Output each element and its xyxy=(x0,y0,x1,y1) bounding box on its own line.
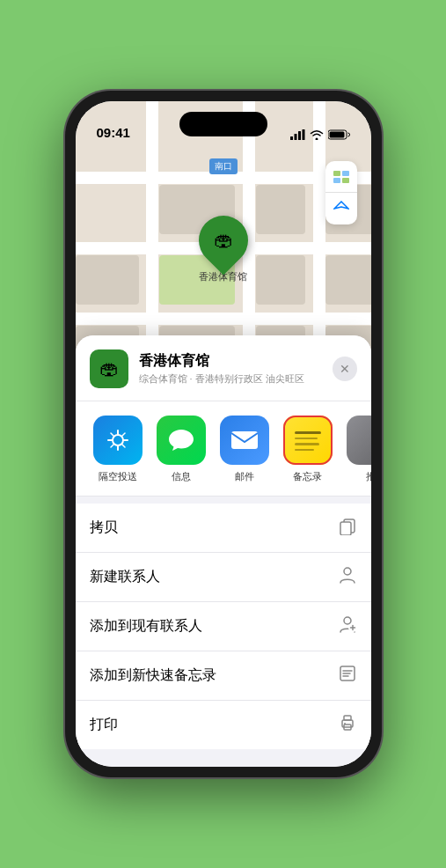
location-desc: 综合体育馆 · 香港特别行政区 油尖旺区 xyxy=(139,372,322,386)
battery-icon xyxy=(328,129,350,140)
map-controls xyxy=(325,161,357,224)
print-icon xyxy=(338,713,357,737)
svg-rect-24 xyxy=(344,716,351,720)
svg-point-15 xyxy=(344,617,351,624)
person-add-symbol xyxy=(338,614,357,634)
action-new-contact[interactable]: 新建联系人 xyxy=(76,553,371,602)
messages-symbol xyxy=(167,427,195,453)
action-add-existing-label: 添加到现有联系人 xyxy=(90,617,202,636)
more-label: 推 xyxy=(366,470,371,483)
action-print-label: 打印 xyxy=(90,716,118,734)
phone-screen: 09:41 xyxy=(76,101,371,767)
person-symbol xyxy=(338,565,357,585)
svg-rect-5 xyxy=(329,132,344,138)
svg-rect-0 xyxy=(290,136,293,140)
map-road xyxy=(76,313,371,325)
bottom-sheet: 🏟 香港体育馆 综合体育馆 · 香港特别行政区 油尖旺区 ✕ xyxy=(76,335,371,767)
svg-rect-8 xyxy=(333,178,340,183)
action-list: 拷贝 新建联系人 xyxy=(76,504,371,749)
share-item-airdrop[interactable]: 隔空投送 xyxy=(86,416,150,483)
share-item-more[interactable]: 推 xyxy=(340,416,371,483)
svg-point-26 xyxy=(344,723,346,725)
location-header: 🏟 香港体育馆 综合体育馆 · 香港特别行政区 油尖旺区 ✕ xyxy=(76,335,371,401)
marker-pin: 🏟 xyxy=(188,205,258,275)
airdrop-symbol xyxy=(105,427,131,453)
notes-icon xyxy=(283,416,333,465)
share-row: 隔空投送 信息 xyxy=(76,401,371,497)
phone-frame: 09:41 xyxy=(65,91,382,777)
status-icons xyxy=(290,129,350,140)
close-button[interactable]: ✕ xyxy=(333,357,357,381)
svg-rect-1 xyxy=(294,134,296,140)
location-info: 香港体育馆 综合体育馆 · 香港特别行政区 油尖旺区 xyxy=(139,352,322,386)
map-block xyxy=(76,255,139,305)
mail-label: 邮件 xyxy=(235,470,254,483)
location-name: 香港体育馆 xyxy=(139,352,322,371)
more-icon xyxy=(347,416,371,465)
notes-line-3 xyxy=(295,443,319,445)
map-type-button[interactable] xyxy=(325,161,357,193)
map-icon xyxy=(333,168,350,186)
map-block xyxy=(256,255,305,305)
signal-icon xyxy=(290,129,305,140)
notes-label: 备忘录 xyxy=(293,470,322,483)
notes-line-2 xyxy=(295,438,318,440)
map-block xyxy=(256,185,305,234)
notes-line-1 xyxy=(295,431,321,434)
action-add-existing-contact[interactable]: 添加到现有联系人 xyxy=(76,602,371,651)
action-copy-label: 拷贝 xyxy=(90,519,118,537)
status-time: 09:41 xyxy=(97,125,130,140)
action-quick-note[interactable]: 添加到新快速备忘录 xyxy=(76,651,371,701)
dynamic-island xyxy=(179,112,267,136)
share-item-notes[interactable]: 备忘录 xyxy=(276,416,340,483)
airdrop-icon xyxy=(93,416,143,465)
svg-rect-6 xyxy=(333,171,340,176)
svg-rect-2 xyxy=(298,131,301,140)
airdrop-label: 隔空投送 xyxy=(99,470,137,483)
svg-rect-9 xyxy=(342,178,349,183)
marker-icon: 🏟 xyxy=(214,229,233,252)
copy-icon xyxy=(338,516,357,540)
action-new-contact-label: 新建联系人 xyxy=(90,568,160,586)
svg-rect-7 xyxy=(342,171,349,176)
svg-rect-11 xyxy=(231,431,258,449)
quick-note-icon xyxy=(338,664,357,688)
action-copy[interactable]: 拷贝 xyxy=(76,504,371,553)
map-marker: 🏟 香港体育馆 xyxy=(199,216,248,283)
messages-label: 信息 xyxy=(172,470,191,483)
location-arrow-icon xyxy=(333,201,349,217)
action-print[interactable]: 打印 xyxy=(76,701,371,749)
printer-symbol xyxy=(338,713,357,732)
messages-icon xyxy=(157,416,206,465)
svg-rect-13 xyxy=(340,522,351,535)
copy-symbol xyxy=(338,516,357,535)
wifi-icon xyxy=(310,129,324,140)
share-item-messages[interactable]: 信息 xyxy=(150,416,213,483)
note-symbol xyxy=(338,664,357,683)
notes-line-4 xyxy=(295,449,314,452)
share-item-mail[interactable]: 邮件 xyxy=(213,416,276,483)
mail-symbol xyxy=(230,428,260,452)
add-contact-icon xyxy=(338,614,357,638)
map-station-label: 南口 xyxy=(209,158,238,174)
notes-lines xyxy=(291,426,325,455)
map-block xyxy=(325,255,371,305)
new-contact-icon xyxy=(338,565,357,589)
svg-point-14 xyxy=(344,568,351,575)
mail-icon xyxy=(220,416,269,465)
location-button[interactable] xyxy=(325,193,357,224)
svg-rect-3 xyxy=(302,129,304,140)
action-quick-note-label: 添加到新快速备忘录 xyxy=(90,666,216,685)
location-icon: 🏟 xyxy=(90,349,128,388)
